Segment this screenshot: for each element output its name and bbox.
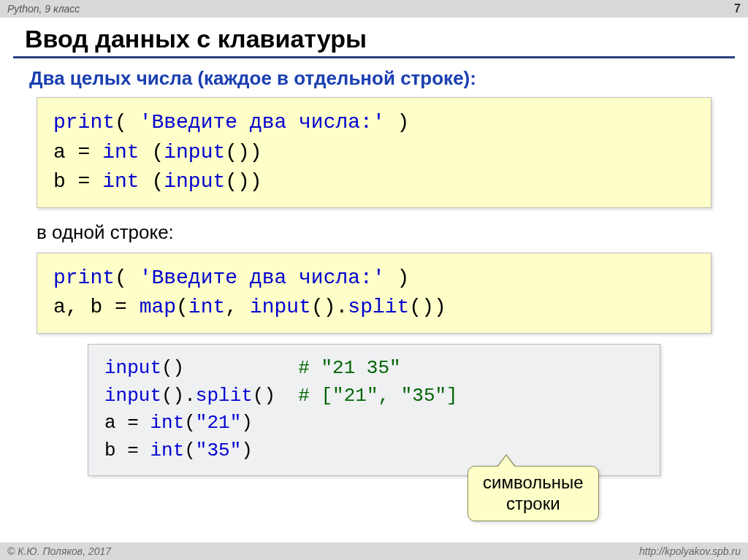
code-token: ().: [311, 296, 348, 318]
code-token: (: [184, 440, 196, 461]
callout-line2: строки: [506, 494, 560, 513]
title-underline: [13, 56, 735, 58]
code-token: int: [102, 170, 139, 193]
code-token: (): [253, 385, 298, 407]
code-token: print: [53, 111, 115, 134]
page-title: Ввод данных с клавиатуры: [0, 18, 748, 55]
code-token: int: [150, 412, 184, 434]
code-token: a =: [53, 141, 102, 164]
code-token: (: [140, 141, 164, 164]
code-token: a, b =: [53, 296, 140, 318]
footer-right: http://kpolyakov.spb.ru: [639, 545, 741, 557]
code-token: 'Введите два числа:': [140, 266, 385, 289]
footer-left: © К.Ю. Поляков, 2017: [7, 545, 111, 557]
header-left: Python, 9 класс: [7, 3, 80, 15]
code-token: (: [184, 412, 196, 434]
code-token: input: [104, 357, 161, 379]
code-token: b =: [53, 170, 102, 193]
code-token: ()): [225, 170, 262, 193]
footer-bar: © К.Ю. Поляков, 2017 http://kpolyakov.sp…: [0, 542, 748, 560]
code-token: "35": [196, 440, 241, 461]
code-token: (: [176, 296, 188, 318]
code-token: input: [104, 385, 161, 407]
code-token: int: [102, 141, 139, 164]
code-token: input: [164, 141, 225, 164]
code-token: ()): [409, 296, 446, 318]
page-number: 7: [734, 2, 741, 15]
code-token: input: [164, 170, 225, 193]
code-token: (: [140, 170, 164, 193]
code-block-3: input() # "21 35" input().split() # ["21…: [88, 344, 660, 476]
code-comment: # "21 35": [298, 357, 400, 379]
code-token: b =: [104, 440, 150, 461]
code-token: (: [115, 266, 140, 289]
code-token: split: [196, 385, 253, 407]
callout-line1: символьные: [483, 472, 584, 492]
code-token: int: [188, 296, 225, 318]
code-token: input: [250, 296, 311, 318]
code-token: split: [348, 296, 409, 318]
code-token: ()): [225, 141, 262, 164]
code-token: a =: [104, 412, 150, 434]
code-block-2: print( 'Введите два числа:' ) a, b = map…: [37, 253, 711, 334]
code-token: (: [115, 111, 140, 134]
code-token: ().: [161, 385, 196, 407]
code-token: ): [385, 266, 410, 289]
code-token: int: [150, 440, 184, 461]
code-token: (): [161, 357, 298, 379]
code-token: map: [140, 296, 176, 318]
code-token: 'Введите два числа:': [140, 111, 385, 134]
subtitle: Два целых числа (каждое в отдельной стро…: [0, 67, 748, 97]
header-bar: Python, 9 класс 7: [0, 0, 748, 18]
code-token: ): [241, 412, 253, 434]
code-token: print: [53, 266, 115, 289]
inter-text: в одной строке:: [0, 218, 748, 253]
code-token: ,: [225, 296, 250, 318]
code-block-1: print( 'Введите два числа:' ) a = int (i…: [37, 97, 711, 208]
callout-bubble: символьные строки: [468, 466, 599, 521]
code-comment: # ["21", "35"]: [298, 385, 457, 407]
code-token: ): [385, 111, 410, 134]
code-token: "21": [196, 412, 241, 434]
callout-tail: [497, 456, 515, 467]
code-token: ): [241, 440, 253, 461]
